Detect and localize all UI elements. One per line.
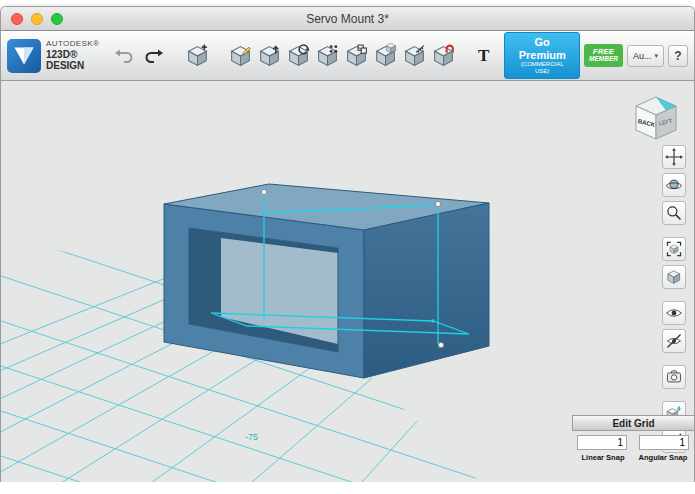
hide-all-button[interactable] <box>662 329 686 353</box>
window-title: Servo Mount 3* <box>1 12 694 26</box>
tool-text[interactable]: T <box>473 45 494 67</box>
text-tool-icon: T <box>474 46 493 66</box>
zoom-tool-button[interactable] <box>662 201 686 225</box>
model-right-face[interactable] <box>364 203 489 378</box>
show-solids-button[interactable] <box>662 301 686 325</box>
edit-grid-title[interactable]: Edit Grid <box>572 415 694 431</box>
linear-snap-label: Linear Snap <box>573 453 633 462</box>
undo-icon <box>114 47 136 65</box>
free-member-line2: MEMBER <box>589 56 618 63</box>
brand-line1: AUTODESK® <box>46 40 105 49</box>
tool-snap[interactable] <box>430 42 457 69</box>
account-dropdown[interactable]: Au... ▾ <box>627 45 664 67</box>
screenshot-icon <box>665 368 683 386</box>
app-brand[interactable]: AUTODESK® 123D® DESIGN <box>7 39 105 73</box>
tool-measure[interactable] <box>401 42 428 69</box>
move-icon <box>665 148 683 166</box>
fit-view-button[interactable] <box>662 237 686 261</box>
edit-grid-inputs <box>572 431 694 450</box>
tool-combine[interactable] <box>372 42 399 69</box>
go-premium-sub: (COMMERCIAL USE) <box>513 61 571 75</box>
edit-grid-panel: Edit Grid Linear Snap Angular Snap <box>572 415 694 462</box>
zoom-icon <box>665 204 683 222</box>
measure-icon <box>402 43 427 68</box>
hide-all-icon <box>665 332 683 350</box>
tool-modify[interactable] <box>285 42 312 69</box>
redo-icon <box>142 47 164 65</box>
main-toolbar: AUTODESK® 123D® DESIGN <box>1 31 694 81</box>
screenshot-button[interactable] <box>662 365 686 389</box>
go-premium-label: Go Premium <box>513 36 571 61</box>
grouping-icon <box>344 43 369 68</box>
help-label: ? <box>674 49 681 63</box>
home-view-icon <box>665 268 683 286</box>
go-premium-button[interactable]: Go Premium (COMMERCIAL USE) <box>504 32 580 79</box>
combine-icon <box>373 43 398 68</box>
angular-snap-label: Angular Snap <box>633 453 693 462</box>
show-solids-icon <box>665 304 683 322</box>
modify-icon <box>286 43 311 68</box>
tool-pattern[interactable] <box>314 42 341 69</box>
desktop: Servo Mount 3* AUTODESK® 123D® DESIGN <box>0 0 695 494</box>
construct-icon <box>257 43 282 68</box>
tool-sketch[interactable] <box>227 42 254 69</box>
account-label: Au... <box>633 51 652 61</box>
tool-primitives[interactable] <box>184 42 211 69</box>
angular-snap-input[interactable] <box>639 435 689 450</box>
orbit-icon <box>665 176 683 194</box>
brand-text: AUTODESK® 123D® DESIGN <box>46 40 105 71</box>
titlebar[interactable]: Servo Mount 3* <box>1 7 694 31</box>
undo-button[interactable] <box>113 46 137 66</box>
snap-icon <box>431 43 456 68</box>
move-tool-button[interactable] <box>662 145 686 169</box>
tool-grouping[interactable] <box>343 42 370 69</box>
view-cube[interactable]: BACK LEFT <box>630 93 682 145</box>
sketch-icon <box>228 43 253 68</box>
navigation-toolbar <box>662 145 686 453</box>
app-window: Servo Mount 3* AUTODESK® 123D® DESIGN <box>0 6 695 482</box>
orbit-tool-button[interactable] <box>662 173 686 197</box>
linear-snap-input[interactable] <box>577 435 627 450</box>
tool-construct[interactable] <box>256 42 283 69</box>
home-view-button[interactable] <box>662 265 686 289</box>
pattern-icon <box>315 43 340 68</box>
tool-group: T <box>184 42 494 69</box>
primitives-icon <box>185 43 210 68</box>
help-button[interactable]: ? <box>668 45 688 67</box>
edit-grid-labels: Linear Snap Angular Snap <box>572 450 694 462</box>
viewport-3d[interactable]: -75 BACK LEFT <box>1 81 694 482</box>
redo-button[interactable] <box>141 46 165 66</box>
app-logo-icon <box>7 39 41 73</box>
fit-view-icon <box>665 240 683 258</box>
brand-line2: 123D® DESIGN <box>46 49 105 71</box>
chevron-down-icon: ▾ <box>654 52 658 60</box>
free-member-badge[interactable]: FREE MEMBER <box>584 44 623 67</box>
page-margin <box>0 482 695 494</box>
